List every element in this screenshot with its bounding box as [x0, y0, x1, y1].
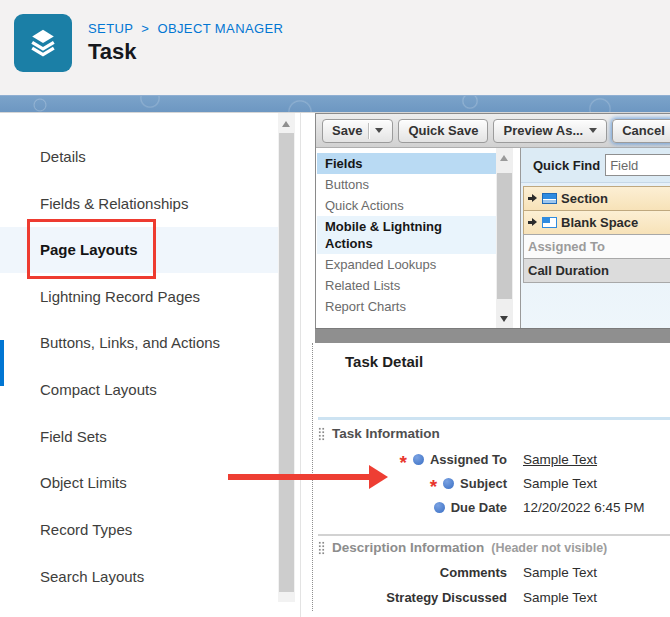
sidebar-item-lightning-record-pages[interactable]: Lightning Record Pages [0, 274, 278, 320]
palette-item-call-duration[interactable]: Call Duration [523, 258, 670, 283]
palette-item-blank-space[interactable]: Blank Space [523, 210, 670, 235]
palette-panel-bottom-edge [315, 328, 670, 343]
active-item-indicator [0, 340, 4, 386]
header-not-visible-note: (Header not visible) [491, 541, 607, 555]
setup-header: SETUP > OBJECT MANAGER Task [0, 0, 670, 95]
quick-find-bar: Quick Find [521, 148, 670, 183]
object-manager-page: SETUP > OBJECT MANAGER Task Details Fiel… [0, 0, 670, 617]
palette-category-list: Fields Buttons Quick Actions Mobile & Li… [317, 153, 496, 317]
field-sample-value: Sample Text [523, 452, 597, 467]
breadcrumb-object-manager[interactable]: OBJECT MANAGER [157, 21, 283, 36]
page-title: Task [88, 39, 137, 65]
quick-find-input[interactable] [605, 154, 670, 176]
category-scrollbar-thumb[interactable] [497, 173, 512, 299]
sidebar-item-field-sets[interactable]: Field Sets [0, 414, 278, 460]
drag-arrow-icon [528, 218, 538, 227]
annotation-highlight-box [27, 219, 156, 279]
field-dot-icon [413, 454, 424, 465]
category-expanded-lookups[interactable]: Expanded Lookups [317, 254, 496, 275]
field-label: Subject [460, 476, 507, 491]
field-label: Comments [440, 565, 507, 580]
drag-grip-icon[interactable] [318, 427, 325, 441]
save-dropdown-icon[interactable] [375, 128, 383, 133]
sidebar-item-object-limits[interactable]: Object Limits [0, 460, 278, 506]
category-report-charts[interactable]: Report Charts [317, 296, 496, 317]
field-row-strategy-discussed[interactable]: Strategy Discussed Sample Text [318, 585, 670, 609]
section-divider [318, 534, 670, 536]
category-list-scrollbar[interactable] [496, 148, 513, 329]
preview-as-button[interactable]: Preview As... [493, 119, 607, 143]
field-label: Strategy Discussed [386, 590, 507, 605]
field-palette: Quick Find Section Blank Space Assigned … [520, 148, 670, 329]
field-row-due-date[interactable]: Due Date 12/20/2022 6:45 PM [318, 495, 670, 519]
blank-space-icon [542, 217, 557, 228]
scroll-down-icon[interactable] [500, 316, 508, 322]
palette-items: Section Blank Space Assigned To Call Dur… [523, 187, 670, 283]
field-sample-value: Sample Text [523, 476, 597, 491]
object-manager-icon [14, 14, 72, 72]
field-label: Assigned To [430, 452, 507, 467]
palette-item-assigned-to: Assigned To [523, 234, 670, 259]
quick-find-label: Quick Find [533, 158, 600, 173]
breadcrumb-separator: > [141, 21, 149, 36]
page-layout-editor: Save Quick Save Preview As... Cancel [315, 113, 670, 341]
section-divider [318, 417, 670, 420]
layers-icon [25, 25, 61, 61]
sidebar-scrollbar-thumb[interactable] [279, 133, 294, 592]
sidebar-item-details[interactable]: Details [0, 134, 278, 180]
scroll-up-icon[interactable] [500, 155, 508, 161]
sidebar-item-record-types[interactable]: Record Types [0, 507, 278, 553]
description-information-header[interactable]: Description Information (Header not visi… [318, 540, 607, 555]
section-icon [542, 193, 557, 204]
required-icon: * [430, 483, 437, 491]
field-sample-value: Sample Text [523, 565, 597, 580]
annotation-arrow-head [369, 465, 388, 489]
field-sample-value: Sample Text [523, 590, 597, 605]
cancel-button[interactable]: Cancel [612, 119, 670, 143]
sidebar-item-search-layouts[interactable]: Search Layouts [0, 554, 278, 600]
breadcrumb: SETUP > OBJECT MANAGER [88, 21, 287, 36]
preview-as-dropdown-icon [589, 128, 597, 133]
scroll-up-icon[interactable] [282, 121, 290, 127]
sidebar-item-buttons-links-actions[interactable]: Buttons, Links, and Actions [0, 320, 278, 366]
breadcrumb-setup[interactable]: SETUP [88, 21, 133, 36]
field-sample-value: 12/20/2022 6:45 PM [523, 500, 645, 515]
category-buttons[interactable]: Buttons [317, 174, 496, 195]
palette-item-section[interactable]: Section [523, 186, 670, 211]
decorative-banner [0, 95, 670, 113]
category-related-lists[interactable]: Related Lists [317, 275, 496, 296]
save-button[interactable]: Save [322, 119, 393, 143]
object-manager-sidebar: Details Fields & Relationships Page Layo… [0, 113, 301, 617]
task-information-header[interactable]: Task Information [318, 426, 440, 441]
sidebar-scrollbar[interactable] [278, 113, 295, 602]
drag-grip-icon[interactable] [318, 541, 325, 555]
field-dot-icon [434, 502, 445, 513]
editor-toolbar: Save Quick Save Preview As... Cancel [316, 114, 670, 148]
category-mobile-lightning-actions[interactable]: Mobile & Lightning Actions [317, 216, 496, 254]
field-row-comments[interactable]: Comments Sample Text [318, 560, 670, 584]
category-fields[interactable]: Fields [317, 153, 496, 174]
field-dot-icon [443, 478, 454, 489]
required-icon: * [400, 459, 407, 467]
sidebar-item-compact-layouts[interactable]: Compact Layouts [0, 367, 278, 413]
category-quick-actions[interactable]: Quick Actions [317, 195, 496, 216]
field-label: Due Date [451, 500, 507, 515]
quick-save-button[interactable]: Quick Save [398, 119, 488, 143]
layout-section-title: Task Detail [345, 353, 423, 370]
annotation-arrow [228, 474, 369, 480]
drag-arrow-icon [528, 194, 538, 203]
